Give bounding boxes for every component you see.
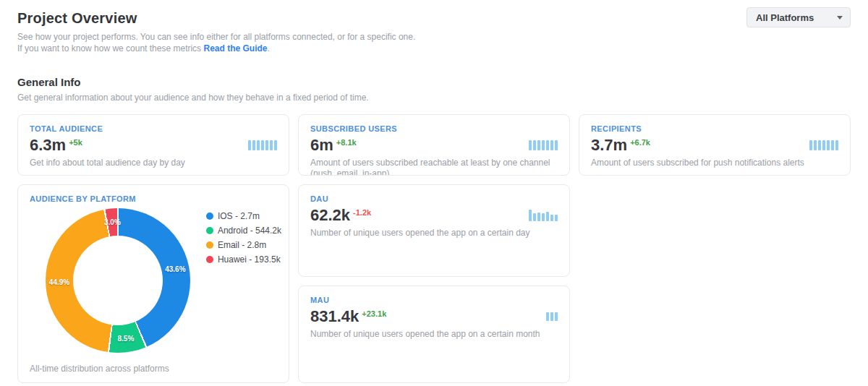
audience-donut-chart[interactable]: 43.6%8.5%44.9%3.0% [46,208,190,353]
metric-delta: +6.7k [630,138,650,147]
general-info-section-header: General Info Get general information abo… [17,76,851,103]
legend-label: IOS - 2.7m [218,211,260,221]
page-header-text: Project Overview See how your project pe… [17,7,415,54]
page-title: Project Overview [17,10,415,27]
metric-value: 62.2k [310,206,350,224]
mini-bars-icon [546,312,558,321]
value-row: 3.7m+6.7k [591,137,838,154]
value-row: 62.2k-1.2k [310,207,558,224]
page-header: Project Overview See how your project pe… [0,0,868,54]
legend-item[interactable]: Huawei - 193.5k [206,254,281,265]
mini-bars-icon [529,140,558,150]
mini-bars-icon [529,210,558,221]
legend-item[interactable]: IOS - 2.7m [206,211,281,221]
section-subtitle: Get general information about your audie… [17,93,851,103]
section-title: General Info [17,76,851,88]
metric-delta: +23.1k [362,309,386,318]
mini-bars-icon [809,140,838,150]
page-subtitle-line2: If you want to know how we count these m… [17,43,415,54]
chart-legend: IOS - 2.7mAndroid - 544.2kEmail - 2.8mHu… [206,211,281,269]
metrics-grid: TOTAL AUDIENCE 6.3m+5k Get info about to… [17,114,851,383]
card-title: TOTAL AUDIENCE [30,124,277,133]
metric-value: 3.7m [591,136,627,154]
slice-label: 3.0% [104,218,121,226]
legend-label: Huawei - 193.5k [218,254,281,265]
value-row: 6m+8.1k [310,137,558,154]
subscribed-users-card: SUBSCRIBED USERS 6m+8.1k Amount of users… [298,114,570,176]
value-group: 62.2k-1.2k [310,207,371,224]
legend-dot-icon [206,256,213,263]
total-audience-card: TOTAL AUDIENCE 6.3m+5k Get info about to… [17,114,289,176]
legend-item[interactable]: Android - 544.2k [206,226,281,236]
metric-value: 831.4k [310,307,359,325]
card-description: Get info about total audience day by day [30,158,277,168]
card-description: Number of unique users opened the app on… [310,329,558,340]
mini-bars-icon [248,140,277,150]
legend-dot-icon [206,227,213,234]
card-title: RECIPIENTS [591,124,838,133]
page-subtitle-line2-text: If you want to know how we count these m… [17,43,203,53]
value-group: 6m+8.1k [310,137,357,154]
legend-label: Android - 544.2k [218,226,281,236]
legend-dot-icon [206,241,213,249]
slice-label: 43.6% [165,265,185,273]
card-description: Amount of users subscribed reachable at … [310,158,558,176]
value-group: 831.4k+23.1k [310,308,386,325]
value-group: 3.7m+6.7k [591,137,650,154]
legend-item[interactable]: Email - 2.8m [206,240,281,250]
legend-label: Email - 2.8m [218,240,266,250]
value-group: 6.3m+5k [30,137,82,154]
audience-by-platform-card: AUDIENCE BY PLATFORM 43.6%8.5%44.9%3.0% … [17,184,289,383]
metric-delta: -1.2k [353,208,371,217]
metric-value: 6m [310,136,333,154]
caret-down-icon [837,16,843,20]
dau-card: DAU 62.2k-1.2k Number of unique users op… [298,184,570,277]
metric-delta: +5k [69,138,82,147]
card-description: Amount of users subscribed for push noti… [591,158,838,168]
mau-card: MAU 831.4k+23.1k Number of unique users … [298,286,570,383]
page-subtitle-line1: See how your project performs. You can s… [17,31,415,43]
value-row: 6.3m+5k [30,137,277,154]
platform-selector-dropdown[interactable]: All Platforms [746,7,851,27]
recipients-card: RECIPIENTS 3.7m+6.7k Amount of users sub… [579,114,851,176]
chart-caption: All-time distribution across platforms [30,364,169,374]
legend-dot-icon [206,213,213,220]
value-row: 831.4k+23.1k [310,308,558,325]
page-subtitle-line2-period: . [267,43,269,53]
slice-label: 8.5% [118,335,135,343]
page-subtitle: See how your project performs. You can s… [17,31,415,54]
metric-value: 6.3m [30,136,66,154]
card-title: MAU [310,296,558,304]
slice-label: 44.9% [49,278,69,286]
card-title: SUBSCRIBED USERS [310,124,558,133]
card-title: AUDIENCE BY PLATFORM [30,194,277,203]
card-description: Number of unique users opened the app on… [310,228,558,239]
platform-selector-value: All Platforms [756,12,814,23]
card-title: DAU [310,194,558,203]
metric-delta: +8.1k [336,138,357,147]
read-the-guide-link[interactable]: Read the Guide [203,43,267,53]
